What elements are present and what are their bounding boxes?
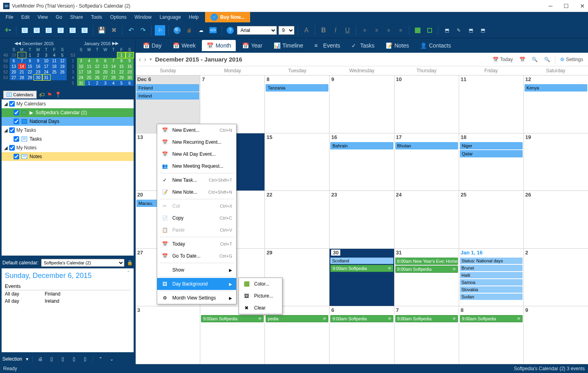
new-button[interactable]: +▾ xyxy=(2,25,13,36)
filter-button[interactable]: 📅 xyxy=(518,55,527,64)
event[interactable]: Scotland xyxy=(330,258,393,264)
undo-button[interactable]: ↶ xyxy=(126,25,136,36)
print-icon[interactable]: 🖨 xyxy=(37,355,44,363)
tab-month[interactable]: 📅Month xyxy=(202,40,236,51)
menu-go[interactable]: Go xyxy=(52,13,66,22)
ctx-item[interactable]: 📋PasteCtrl+V xyxy=(157,224,236,236)
day-cell[interactable]: 8Tanzania xyxy=(265,75,330,133)
tb-icon-5[interactable] xyxy=(67,25,78,36)
default-calendar-select[interactable]: Softpedia's Calendar (2) xyxy=(41,259,124,267)
tb-misc-3[interactable]: ⬒ xyxy=(478,25,488,36)
event[interactable]: Qatar xyxy=(460,150,523,157)
layout-icon-1[interactable]: ▯ xyxy=(48,355,55,363)
tree-item[interactable]: National Days xyxy=(2,117,134,126)
tb-icon-2[interactable] xyxy=(32,25,42,36)
ctx-item[interactable]: 📄CopyCtrl+C xyxy=(157,212,236,224)
tree-item[interactable]: Notes xyxy=(2,152,134,161)
ctx-item[interactable]: 📅New All Day Event... xyxy=(157,148,236,160)
tb-icon-4[interactable] xyxy=(55,25,66,36)
day-cell[interactable]: 16Bahrain xyxy=(330,133,394,191)
print-button[interactable]: 🖨 xyxy=(184,25,194,36)
day-cell[interactable]: 69:00am Softpedia⟳ xyxy=(330,306,394,364)
align-center-button[interactable]: ≡ xyxy=(371,25,382,36)
menu-share[interactable]: Share xyxy=(66,13,87,22)
tree-item[interactable]: Tasks xyxy=(2,135,134,143)
ctx-item[interactable]: 👥New Meeting Request... xyxy=(157,160,236,172)
day-cell[interactable]: 10 xyxy=(395,75,459,133)
calendars-tab[interactable]: Calendars xyxy=(3,91,37,99)
flag-icon[interactable]: ⚑ xyxy=(47,91,52,98)
ctx-sub-item[interactable]: 🖼Picture... xyxy=(239,290,282,302)
location-icon[interactable]: 📍 xyxy=(55,91,61,98)
day-cell[interactable]: 79:00am Softpedia⟳ xyxy=(395,306,459,364)
ctx-item[interactable]: ✂CutCtrl+X xyxy=(157,200,236,212)
next-month-button[interactable]: › xyxy=(144,56,146,63)
context-menu[interactable]: 📅New Event...Ctrl+N📅New Recurring Event.… xyxy=(157,124,237,304)
ctx-item[interactable]: 📝New Note...Ctrl+Shift+N xyxy=(157,186,236,198)
cloud-button[interactable]: ☁ xyxy=(196,25,206,36)
day-cell[interactable]: 19 xyxy=(524,133,588,191)
day-cell[interactable]: 26 xyxy=(524,191,588,248)
tab-day[interactable]: 📅Day xyxy=(138,40,166,51)
day-cell[interactable]: 15 xyxy=(265,133,330,191)
event[interactable]: Bahrain xyxy=(330,142,393,149)
prev-month-button[interactable]: ‹ xyxy=(139,56,141,63)
delete-button[interactable]: ✖ xyxy=(109,25,119,36)
day-cell[interactable]: 17Bhutan xyxy=(395,133,459,191)
tb-icon-1[interactable] xyxy=(20,25,30,36)
align-right-button[interactable]: ≡ xyxy=(383,25,394,36)
eyedropper-button[interactable]: ✎ xyxy=(454,25,464,36)
tb-misc-1[interactable]: ⬒ xyxy=(442,25,452,36)
menu-edit[interactable]: Edit xyxy=(17,13,34,22)
mini-cal-next-icon[interactable]: ▶▶ xyxy=(112,41,118,46)
menu-window[interactable]: Window xyxy=(130,13,156,22)
align-left-button[interactable]: ≡ xyxy=(359,25,370,36)
mini-calendar-jan[interactable]: January 2016 ▶▶ SMTWTFS53121345678921011… xyxy=(69,40,134,86)
font-color-button[interactable]: A xyxy=(301,25,312,36)
layout-icon-4[interactable]: ▯ xyxy=(81,355,89,363)
layout-icon-2[interactable]: ▯ xyxy=(59,355,66,363)
event[interactable]: Finland xyxy=(136,84,199,91)
tag-icon[interactable]: 🏷 xyxy=(39,91,45,98)
tree-item[interactable]: ▶ Softpedia's Calendar (2) xyxy=(2,108,134,117)
day-cell[interactable]: 30Scotland9:00am Softpedia⟳ xyxy=(330,249,394,306)
maximize-button[interactable]: ☐ xyxy=(564,3,569,9)
layout-icon-3[interactable]: ▯ xyxy=(70,355,77,363)
buy-now-button[interactable]: 🛒Buy Now... xyxy=(205,12,250,22)
menu-help[interactable]: Help xyxy=(185,13,203,22)
help-button[interactable]: ? xyxy=(225,25,235,36)
tree-group[interactable]: ◢ My Notes xyxy=(2,143,134,152)
underline-button[interactable]: U xyxy=(342,25,353,36)
tab-timeline[interactable]: 📊Timeline xyxy=(269,40,308,51)
event[interactable]: 9:00am Softpedia⟳ xyxy=(201,315,264,322)
event[interactable]: Kenya xyxy=(525,84,587,91)
event[interactable]: Status: National days xyxy=(460,258,523,264)
day-cell[interactable]: 12Kenya xyxy=(524,75,588,133)
ctx-item[interactable]: 📅TodayCtrl+T xyxy=(157,238,236,250)
event[interactable]: Niger xyxy=(460,142,523,149)
event[interactable]: Ireland xyxy=(136,92,199,99)
day-cell[interactable]: 318:00am New Year's Eve; Home⟳9:00am Sof… xyxy=(395,249,459,306)
tab-year[interactable]: 📅Year xyxy=(237,40,267,51)
search-button[interactable]: 🔍 xyxy=(172,25,182,36)
event[interactable]: Brunei xyxy=(460,265,523,271)
tab-tasks[interactable]: ✓Tasks xyxy=(347,40,379,51)
day-cell[interactable]: 2 xyxy=(524,249,588,306)
event[interactable]: Haiti xyxy=(460,272,523,278)
day-cell[interactable]: 22 xyxy=(265,191,330,248)
day-cell[interactable]: 23 xyxy=(330,191,394,248)
tab-events[interactable]: ≡Events xyxy=(310,40,345,51)
day-cell[interactable]: 24 xyxy=(395,191,459,248)
event[interactable]: 9:00am Softpedia⟳ xyxy=(395,315,458,322)
mini-cal-prev-icon[interactable]: ◀◀ xyxy=(14,41,21,46)
tree-group[interactable]: ◢ My Tasks xyxy=(2,126,134,135)
ctx-item[interactable]: 📅Go To Date...Ctrl+G xyxy=(157,250,236,262)
event[interactable]: 9:00am Softpedia⟳ xyxy=(330,315,393,322)
ctx-item[interactable]: 📅New Recurring Event... xyxy=(157,136,236,148)
font-name-select[interactable]: Arial xyxy=(237,26,277,35)
menu-file[interactable]: File xyxy=(2,13,17,22)
save-button[interactable]: 💾 xyxy=(97,25,107,36)
day-cell[interactable]: 89:00am Softpedia⟳ xyxy=(459,306,524,364)
event[interactable]: 8:00am New Year's Eve; Home⟳ xyxy=(395,258,458,265)
selection-dropdown-icon[interactable]: ▾ xyxy=(26,356,28,362)
